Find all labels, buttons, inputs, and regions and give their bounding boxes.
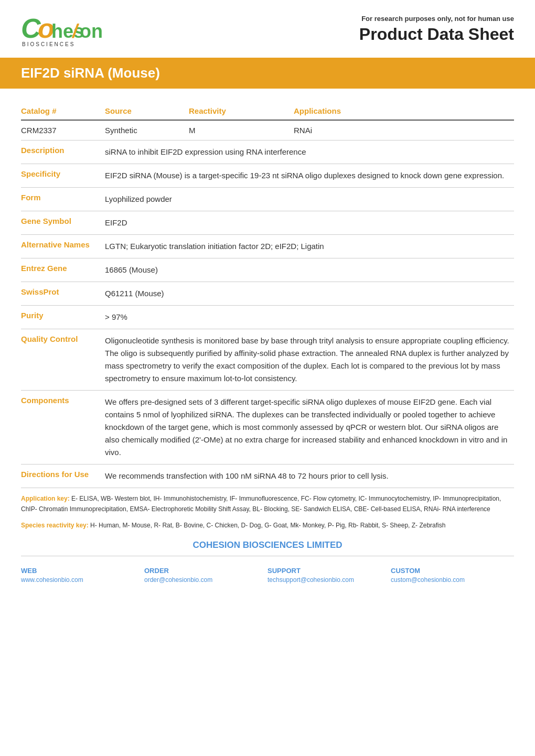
species-key-section: Species reactivity key: H- Human, M- Mou… <box>21 520 514 531</box>
logo: C o hes / on BIOSCIENCES <box>21 13 105 49</box>
header-right: For research purposes only, not for huma… <box>126 13 514 44</box>
app-key-value: E- ELISA, WB- Western blot, IH- Immunohi… <box>21 495 501 513</box>
svg-text:BIOSCIENCES: BIOSCIENCES <box>22 41 75 47</box>
swissprot-section: SwissProt Q61211 (Mouse) <box>21 282 514 306</box>
form-section: Form Lyophilized powder <box>21 188 514 211</box>
application-key-section: Application key: E- ELISA, WB- Western b… <box>21 493 514 515</box>
specificity-value: EIF2D siRNA (Mouse) is a target-specific… <box>105 169 514 182</box>
col-source-header: Source <box>105 106 189 115</box>
footer-web: WEB www.cohesionbio.com <box>21 561 144 584</box>
footer-order-label: ORDER <box>144 567 268 575</box>
directions-label: Directions for Use <box>21 470 105 482</box>
footer-custom-label: CUSTOM <box>391 567 514 575</box>
for-research-text: For research purposes only, not for huma… <box>126 15 514 23</box>
species-key-value: H- Human, M- Mouse, R- Rat, B- Bovine, C… <box>90 522 445 529</box>
directions-value: We recommends transfection with 100 nM s… <box>105 470 514 482</box>
specificity-section: Specificity EIF2D siRNA (Mouse) is a tar… <box>21 164 514 188</box>
swissprot-label: SwissProt <box>21 287 105 300</box>
components-label: Components <box>21 396 105 459</box>
catalog-value: CRM2337 <box>21 126 105 135</box>
main-content: Catalog # Source Reactivity Applications… <box>0 99 535 604</box>
qc-value: Oligonucleotide synthesis is monitored b… <box>105 334 514 385</box>
footer-links: WEB www.cohesionbio.com ORDER order@cohe… <box>21 556 514 594</box>
app-key-label: Application key: <box>21 495 70 502</box>
footer-support-label: SUPPORT <box>268 567 391 575</box>
page-title: EIF2D siRNA (Mouse) <box>21 65 514 81</box>
purity-section: Purity > 97% <box>21 306 514 329</box>
gene-symbol-section: Gene Symbol EIF2D <box>21 211 514 235</box>
footer-order: ORDER order@cohesionbio.com <box>144 561 268 584</box>
product-data-sheet-title: Product Data Sheet <box>126 25 514 44</box>
col-reactivity-header: Reactivity <box>189 106 294 115</box>
description-label: Description <box>21 146 105 158</box>
source-value: Synthetic <box>105 126 189 135</box>
components-value: We offers pre-designed sets of 3 differe… <box>105 396 514 459</box>
alt-names-label: Alternative Names <box>21 240 105 253</box>
gene-symbol-label: Gene Symbol <box>21 217 105 229</box>
directions-section: Directions for Use We recommends transfe… <box>21 465 514 488</box>
footer-support-value[interactable]: techsupport@cohesionbio.com <box>268 576 391 584</box>
swissprot-value: Q61211 (Mouse) <box>105 287 514 300</box>
species-key-label: Species reactivity key: <box>21 522 89 529</box>
qc-label: Quality Control <box>21 334 105 385</box>
entrez-section: Entrez Gene 16865 (Mouse) <box>21 258 514 282</box>
specificity-label: Specificity <box>21 169 105 182</box>
table-header: Catalog # Source Reactivity Applications <box>21 99 514 121</box>
reactivity-value: M <box>189 126 294 135</box>
logo-svg: C o hes / on BIOSCIENCES <box>21 13 105 49</box>
footer-web-value[interactable]: www.cohesionbio.com <box>21 576 144 584</box>
description-value: siRNA to inhibit EIF2D expression using … <box>105 146 514 158</box>
footer-custom-value[interactable]: custom@cohesionbio.com <box>391 576 514 584</box>
form-value: Lyophilized powder <box>105 193 514 206</box>
components-section: Components We offers pre-designed sets o… <box>21 391 514 465</box>
entrez-label: Entrez Gene <box>21 264 105 276</box>
col-applications-header: Applications <box>294 106 514 115</box>
col-catalog-header: Catalog # <box>21 106 105 115</box>
gene-symbol-value: EIF2D <box>105 217 514 229</box>
alt-names-section: Alternative Names LGTN; Eukaryotic trans… <box>21 235 514 258</box>
qc-section: Quality Control Oligonucleotide synthesi… <box>21 329 514 391</box>
svg-text:hes: hes <box>51 20 84 42</box>
description-section: Description siRNA to inhibit EIF2D expre… <box>21 141 514 164</box>
form-label: Form <box>21 193 105 206</box>
footer-company-name: COHESION BIOSCIENCES LIMITED <box>21 540 514 550</box>
footer-order-value[interactable]: order@cohesionbio.com <box>144 576 268 584</box>
table-row: CRM2337 Synthetic M RNAi <box>21 121 514 141</box>
footer-support: SUPPORT techsupport@cohesionbio.com <box>268 561 391 584</box>
svg-text:on: on <box>80 20 103 42</box>
page-header: C o hes / on BIOSCIENCES For research pu… <box>0 0 535 58</box>
purity-value: > 97% <box>105 311 514 323</box>
entrez-value: 16865 (Mouse) <box>105 264 514 276</box>
alt-names-value: LGTN; Eukaryotic translation initiation … <box>105 240 514 253</box>
footer-web-label: WEB <box>21 567 144 575</box>
purity-label: Purity <box>21 311 105 323</box>
applications-value: RNAi <box>294 126 514 135</box>
title-bar: EIF2D siRNA (Mouse) <box>0 58 535 89</box>
footer-custom: CUSTOM custom@cohesionbio.com <box>391 561 514 584</box>
